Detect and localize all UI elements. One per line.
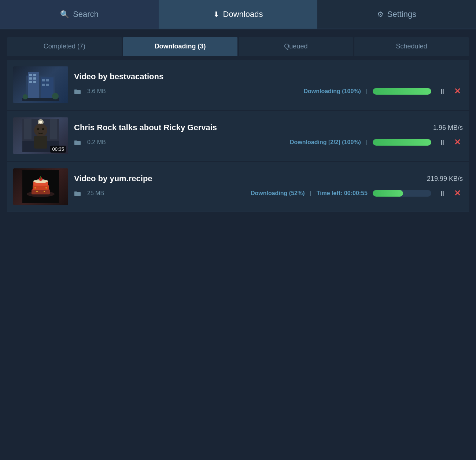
download-item: Video by bestvacations 3.6 MB Downloadin… xyxy=(7,60,469,110)
action-buttons: ⏸ ✕ xyxy=(436,85,463,98)
status-text: Downloading (100%) xyxy=(303,88,361,95)
file-size: 0.2 MB xyxy=(87,139,106,146)
progress-bar xyxy=(373,139,431,146)
svg-rect-1 xyxy=(28,72,39,99)
top-navigation: 🔍 Search ⬇ Downloads ⚙ Settings xyxy=(0,0,476,29)
search-icon: 🔍 xyxy=(60,10,69,19)
svg-rect-24 xyxy=(35,136,47,143)
pause-button[interactable]: ⏸ xyxy=(436,137,448,148)
svg-rect-34 xyxy=(40,176,41,179)
status-text: Downloading (52%) xyxy=(251,190,305,197)
download-title: Video by yum.recipe xyxy=(74,174,152,183)
action-buttons: ⏸ ✕ xyxy=(436,187,463,200)
svg-rect-9 xyxy=(42,79,45,81)
pause-button[interactable]: ⏸ xyxy=(436,86,448,97)
thumbnail-duration: 00:35 xyxy=(50,146,66,153)
food-thumbnail-image xyxy=(22,170,59,203)
action-buttons: ⏸ ✕ xyxy=(436,136,463,149)
tab-queued[interactable]: Queued xyxy=(239,37,353,56)
thumbnail xyxy=(13,168,68,205)
svg-point-15 xyxy=(52,93,59,99)
svg-point-35 xyxy=(34,187,36,189)
svg-rect-5 xyxy=(29,77,32,80)
svg-point-20 xyxy=(34,124,47,137)
nav-downloads[interactable]: ⬇ Downloads xyxy=(159,0,317,29)
svg-rect-12 xyxy=(46,84,49,86)
progress-fill xyxy=(373,88,431,95)
building-thumbnail-image xyxy=(22,68,59,101)
folder-icon xyxy=(74,140,81,145)
folder-icon xyxy=(74,191,81,196)
cancel-button[interactable]: ✕ xyxy=(452,85,463,98)
svg-point-38 xyxy=(44,191,45,192)
svg-point-36 xyxy=(45,187,47,189)
download-info: Video by bestvacations 3.6 MB Downloadin… xyxy=(74,72,463,98)
cancel-icon: ✕ xyxy=(454,87,461,96)
thumbnail: 00:35 xyxy=(13,117,68,154)
nav-search-label: Search xyxy=(73,10,99,19)
download-item: 00:35 Chris Rock talks about Ricky Gerva… xyxy=(7,111,469,161)
download-icon: ⬇ xyxy=(213,10,219,19)
progress-fill xyxy=(373,139,431,146)
status-text: Downloading [2/2] (100%) xyxy=(290,139,361,146)
svg-rect-7 xyxy=(29,81,32,83)
pause-button[interactable]: ⏸ xyxy=(436,188,448,199)
svg-point-22 xyxy=(37,128,39,130)
svg-point-37 xyxy=(36,191,38,192)
svg-point-19 xyxy=(39,121,42,124)
progress-fill xyxy=(373,190,403,197)
svg-rect-29 xyxy=(32,189,50,194)
svg-point-14 xyxy=(23,94,28,99)
downloads-list: Video by bestvacations 3.6 MB Downloadin… xyxy=(0,56,476,220)
tab-downloading[interactable]: Downloading (3) xyxy=(123,37,237,56)
folder-icon xyxy=(74,89,81,94)
download-speed: 219.99 KB/s xyxy=(427,175,463,183)
pause-icon: ⏸ xyxy=(439,87,446,96)
cancel-icon: ✕ xyxy=(454,138,461,147)
download-info: Chris Rock talks about Ricky Gervais 1.9… xyxy=(74,123,463,149)
tab-scheduled[interactable]: Scheduled xyxy=(354,37,469,56)
pause-icon: ⏸ xyxy=(439,138,446,147)
sub-tabs: Completed (7) Downloading (3) Queued Sch… xyxy=(0,29,476,56)
nav-settings[interactable]: ⚙ Settings xyxy=(317,0,476,29)
nav-search[interactable]: 🔍 Search xyxy=(0,0,159,29)
svg-rect-3 xyxy=(29,74,32,76)
svg-rect-6 xyxy=(33,77,36,80)
nav-downloads-label: Downloads xyxy=(223,10,263,19)
tab-completed[interactable]: Completed (7) xyxy=(7,37,122,56)
svg-rect-26 xyxy=(50,119,57,139)
file-size: 3.6 MB xyxy=(87,88,106,95)
svg-point-23 xyxy=(42,128,44,130)
download-info: Video by yum.recipe 219.99 KB/s 25 MB Do… xyxy=(74,174,463,200)
file-size: 25 MB xyxy=(87,190,104,197)
svg-rect-4 xyxy=(33,74,36,76)
settings-icon: ⚙ xyxy=(377,10,384,19)
time-left: Time left: 00:00:55 xyxy=(317,190,368,197)
svg-rect-11 xyxy=(42,84,45,86)
download-title: Chris Rock talks about Ricky Gervais xyxy=(74,123,217,132)
nav-settings-label: Settings xyxy=(387,10,417,19)
cancel-button[interactable]: ✕ xyxy=(452,136,463,149)
progress-bar xyxy=(373,88,431,95)
thumbnail xyxy=(13,66,68,103)
progress-bar xyxy=(373,190,431,197)
cancel-icon: ✕ xyxy=(454,189,461,198)
svg-rect-8 xyxy=(33,81,36,83)
svg-rect-10 xyxy=(46,79,49,81)
download-item: Video by yum.recipe 219.99 KB/s 25 MB Do… xyxy=(7,162,469,212)
download-title: Video by bestvacations xyxy=(74,72,163,81)
download-speed: 1.96 MB/s xyxy=(433,124,463,132)
svg-rect-25 xyxy=(24,119,32,139)
pause-icon: ⏸ xyxy=(439,189,446,198)
cancel-button[interactable]: ✕ xyxy=(452,187,463,200)
